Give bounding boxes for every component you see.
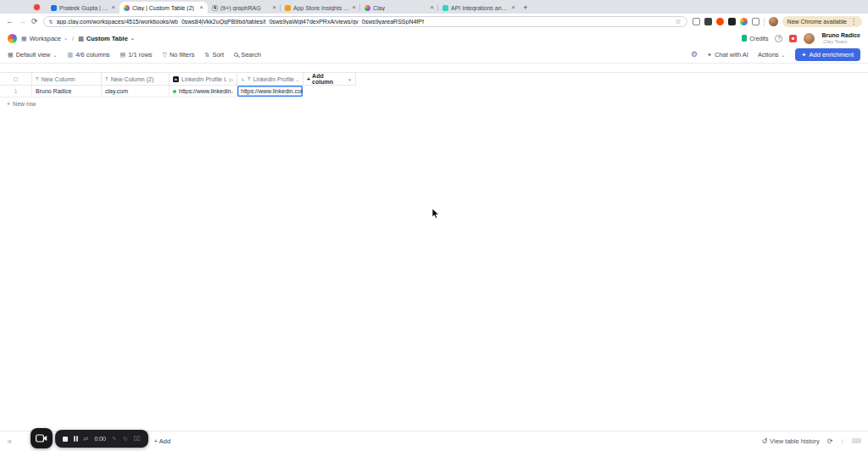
user-avatar[interactable] <box>804 33 815 44</box>
credits-label: Credits <box>749 36 768 42</box>
search-button[interactable]: Search <box>234 51 261 58</box>
row-number-cell[interactable]: 1 <box>0 86 32 97</box>
add-column-button[interactable]: + Add column ⌄ <box>303 73 356 86</box>
tab-graphrag[interactable]: N (9+) graphRAG × <box>208 2 281 14</box>
keyboard-shortcuts-icon[interactable]: ⌨ <box>851 438 861 445</box>
breadcrumb-table[interactable]: ▤ Custom Table ⌄ <box>78 35 135 42</box>
bookmark-star-icon[interactable]: ☆ <box>675 18 681 25</box>
columns-button[interactable]: ▥ 4/6 columns <box>68 51 110 58</box>
chrome-navbar: ← → ⟳ ⇅ app.clay.com/workspaces/4515/wor… <box>0 14 868 30</box>
chat-with-ai-button[interactable]: ✦ Chat with AI <box>707 51 748 58</box>
stop-recording-button[interactable] <box>63 437 68 442</box>
scraper-favicon-icon <box>285 5 291 11</box>
new-row-button[interactable]: + New row <box>0 97 356 110</box>
filters-label: No filters <box>170 51 195 58</box>
reload-icon[interactable]: ⟳ <box>31 18 38 25</box>
gear-icon[interactable]: ⚙ <box>691 51 698 58</box>
refresh-icon[interactable]: ⟳ <box>827 438 833 445</box>
cell-domain[interactable]: clay.com <box>102 86 170 97</box>
new-tab-button[interactable]: + <box>520 2 531 14</box>
cell-name[interactable]: Bruno Radice <box>32 86 102 97</box>
extension-icon-2[interactable] <box>704 18 712 25</box>
table-header-row: T New Column T New Column (2) in LinkedI… <box>0 72 868 86</box>
recording-timer: 0:00 <box>94 436 106 442</box>
extension-icon-3[interactable] <box>716 18 724 25</box>
sort-icon: ⇅ <box>205 52 210 58</box>
add-table-button[interactable]: + Add <box>154 437 170 445</box>
tab-inbox[interactable]: Prateek Gupta | Inbox | Clay × <box>47 2 120 14</box>
notification-icon[interactable] <box>789 35 797 42</box>
recording-indicator-icon <box>34 4 40 10</box>
pause-recording-button[interactable] <box>74 436 78 442</box>
tab-clay[interactable]: Clay × <box>360 2 438 14</box>
resize-icon[interactable]: ↕ <box>840 438 843 445</box>
tab-app-store-insights[interactable]: App Store Insights Scraper × <box>281 2 360 14</box>
default-view-button[interactable]: ▦ Default view ⌄ <box>8 51 58 58</box>
delete-recording-icon[interactable]: ⌧ <box>134 436 141 442</box>
cell-linkedin-url[interactable]: https://www.linkedin.c... <box>170 86 237 97</box>
extension-icon-5[interactable] <box>740 18 748 25</box>
breadcrumb-workspace[interactable]: ▦ Workspace ⌄ <box>21 35 68 42</box>
close-icon[interactable]: × <box>352 4 356 11</box>
close-icon[interactable]: × <box>430 4 434 11</box>
url-text[interactable]: app.clay.com/workspaces/4515/workbooks/w… <box>57 19 672 25</box>
actions-button[interactable]: Actions ⌄ <box>758 51 786 58</box>
column-header-label: New Column <box>42 76 75 82</box>
chevron-down-icon: ⌄ <box>131 36 135 41</box>
column-header-label: LinkedIn Profile ... <box>253 76 299 82</box>
select-all-checkbox[interactable] <box>14 77 18 81</box>
clay-logo-icon[interactable] <box>8 34 17 43</box>
url-bar[interactable]: ⇅ app.clay.com/workspaces/4515/workbooks… <box>43 16 687 27</box>
extension-icon-1[interactable] <box>693 18 700 25</box>
close-icon[interactable]: × <box>272 4 276 11</box>
menu-kebab-icon[interactable]: ⋮ <box>850 18 857 25</box>
draw-pen-icon[interactable]: ✎ <box>112 436 117 442</box>
select-all-cell[interactable] <box>0 73 32 86</box>
column-header-linkedin-url[interactable]: in LinkedIn Profile URL ▷ <box>170 73 237 86</box>
extensions-puzzle-icon[interactable] <box>752 18 760 25</box>
forward-icon[interactable]: → <box>19 18 26 25</box>
view-table-history-button[interactable]: ↺ View table history <box>761 437 819 445</box>
extension-icon-4[interactable] <box>728 18 736 25</box>
cell-linkedin-profile-selected[interactable]: https://www.linkedin.com... <box>237 86 303 97</box>
site-info-icon[interactable]: ⇅ <box>49 19 53 25</box>
add-column-label: Add column <box>312 73 346 85</box>
add-enrichment-button[interactable]: ✦ Add enrichment <box>795 48 860 61</box>
user-team: .Clay Team <box>821 39 860 45</box>
user-name: Bruno Radice <box>821 32 860 39</box>
flip-camera-icon[interactable]: ⇄ <box>84 436 89 442</box>
enrichment-sparkle-icon: ✦ <box>802 52 807 58</box>
filters-button[interactable]: ▽ No filters <box>163 51 195 58</box>
tab-api-integrations[interactable]: API Integrations and Custom × <box>438 2 520 14</box>
back-icon[interactable]: ← <box>6 18 14 25</box>
text-type-icon: T <box>248 76 251 81</box>
plus-icon: + <box>154 438 158 444</box>
tab-clay-custom-table[interactable]: Clay | Custom Table (2) × <box>120 2 208 14</box>
credits-badge[interactable]: Credits <box>742 35 768 42</box>
close-icon[interactable]: × <box>511 4 515 11</box>
credits-icon <box>742 35 747 42</box>
sort-button[interactable]: ⇅ Sort <box>205 51 225 58</box>
view-toolbar-right: ⚙ ✦ Chat with AI Actions ⌄ ✦ Add enrichm… <box>691 48 860 61</box>
column-header-new-column-2[interactable]: T New Column (2) <box>102 73 170 86</box>
close-icon[interactable]: × <box>199 4 203 11</box>
column-header-linkedin-profile[interactable]: ↳ T LinkedIn Profile ... <box>237 73 303 86</box>
plus-icon: + <box>7 101 10 107</box>
chevron-down-icon: ⌄ <box>64 36 68 41</box>
default-view-label: Default view <box>16 51 51 58</box>
chrome-profile-avatar[interactable] <box>769 17 778 26</box>
help-icon[interactable]: ? <box>775 35 782 42</box>
linkedin-icon: in <box>173 76 179 82</box>
data-table: T New Column T New Column (2) in LinkedI… <box>0 72 868 110</box>
tab-title: App Store Insights Scraper <box>293 5 349 11</box>
view-toolbar: ▦ Default view ⌄ ▥ 4/6 columns ▤ 1/1 row… <box>0 47 868 64</box>
camera-bubble[interactable] <box>31 428 53 448</box>
rows-button[interactable]: ▤ 1/1 rows <box>120 51 153 58</box>
run-column-icon[interactable]: ▷ <box>229 76 233 82</box>
column-header-new-column[interactable]: T New Column <box>32 73 102 86</box>
table-icon: ▤ <box>78 36 84 42</box>
chrome-update-button[interactable]: New Chrome available ⋮ <box>782 16 862 27</box>
close-icon[interactable]: × <box>111 4 115 11</box>
restart-recording-icon[interactable]: ↻ <box>123 436 128 442</box>
collapse-sidebar-icon[interactable]: ⊲ <box>7 438 12 445</box>
